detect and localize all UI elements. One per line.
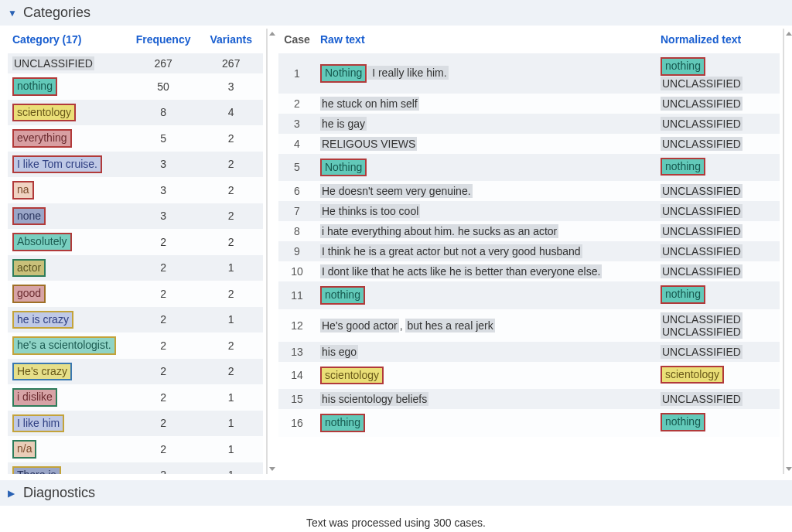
text-span: UNCLASSIFIED	[661, 325, 742, 339]
table-row[interactable]: good22	[8, 281, 263, 307]
category-chip[interactable]: nothing	[661, 413, 705, 431]
table-row[interactable]: He's crazy22	[8, 359, 263, 385]
category-chip[interactable]: scientology	[12, 104, 76, 122]
col-frequency[interactable]: Frequency	[128, 29, 200, 53]
table-row[interactable]: 8i hate everything about him. he sucks a…	[278, 221, 780, 241]
category-scrollbar[interactable]	[266, 29, 268, 474]
freq-cell: 2	[128, 384, 200, 411]
col-normalized-text[interactable]: Normalized text	[656, 29, 780, 53]
table-row[interactable]: I like Tom cruise.32	[8, 152, 263, 178]
category-chip[interactable]: Nothing	[320, 64, 367, 83]
raw-text-cell: i hate everything about him. he sucks as…	[316, 221, 656, 241]
variants-cell: 2	[200, 152, 264, 178]
table-row[interactable]: n/a21	[8, 436, 263, 462]
freq-cell: 2	[128, 436, 200, 462]
text-span: RELIGOUS VIEWS	[320, 137, 417, 151]
category-chip[interactable]: nothing	[320, 286, 365, 305]
table-row[interactable]: 5Nothingnothing	[278, 154, 780, 182]
category-chip[interactable]: There is	[12, 466, 61, 475]
category-chip[interactable]: nothing	[661, 285, 705, 304]
freq-cell: 3	[128, 203, 200, 230]
table-row[interactable]: none32	[8, 203, 263, 230]
table-row[interactable]: 14scientologyscientology	[278, 362, 780, 390]
table-row[interactable]: he is crazy21	[8, 307, 263, 333]
variants-cell: 267	[200, 53, 264, 73]
text-span: UNCLASSIFIED	[661, 264, 742, 278]
table-row[interactable]: 11nothingnothing	[278, 281, 780, 309]
category-chip[interactable]: actor	[12, 259, 46, 278]
text-span: his scientology beliefs	[320, 392, 428, 406]
category-chip[interactable]: none	[12, 207, 46, 226]
table-row[interactable]: na32	[8, 177, 263, 203]
freq-cell: 3	[128, 152, 200, 178]
raw-text-cell: his ego	[316, 342, 656, 362]
category-chip[interactable]: I like him	[12, 414, 64, 433]
table-row[interactable]: There is21	[8, 462, 263, 475]
table-row[interactable]: everything52	[8, 125, 263, 152]
table-row[interactable]: 9I think he is a great actor but not a v…	[278, 241, 780, 261]
raw-text-cell: He doesn't seem very genuine.	[316, 181, 656, 201]
col-raw-text[interactable]: Raw text	[316, 29, 656, 53]
table-row[interactable]: actor21	[8, 255, 263, 281]
table-row[interactable]: 4RELIGOUS VIEWSUNCLASSIFIED	[278, 134, 780, 154]
category-chip[interactable]: n/a	[12, 440, 36, 459]
category-chip[interactable]: scientology	[661, 366, 724, 384]
category-chip[interactable]: nothing	[661, 57, 705, 76]
category-chip[interactable]: everything	[12, 129, 72, 148]
variants-cell: 1	[200, 462, 264, 475]
table-row[interactable]: 7He thinks is too coolUNCLASSIFIED	[278, 201, 780, 221]
col-category[interactable]: Category (17)	[8, 29, 128, 53]
text-span: UNCLASSIFIED	[661, 97, 742, 111]
table-row[interactable]: 16nothingnothing	[278, 409, 780, 437]
raw-text-cell: scientology	[316, 362, 656, 390]
table-row[interactable]: 1Nothing I really like him.nothingUNCLAS…	[278, 53, 780, 94]
freq-cell: 3	[128, 177, 200, 203]
category-chip[interactable]: nothing	[12, 77, 57, 96]
table-row[interactable]: scientology84	[8, 100, 263, 126]
category-chip[interactable]: nothing	[320, 414, 365, 432]
category-chip[interactable]: Nothing	[320, 159, 367, 177]
table-row[interactable]: 10I dont like that he acts like he is be…	[278, 261, 780, 281]
category-chip[interactable]: good	[12, 285, 46, 303]
category-chip[interactable]: he is crazy	[12, 311, 73, 329]
variants-cell: 2	[200, 203, 264, 230]
section-header-diagnostics[interactable]: ▶ Diagnostics	[0, 480, 792, 506]
cases-scrollbar[interactable]	[783, 29, 784, 474]
table-row[interactable]: 6He doesn't seem very genuine.UNCLASSIFI…	[278, 181, 780, 201]
category-chip[interactable]: I like Tom cruise.	[12, 155, 102, 174]
category-chip[interactable]: he's a scientologist.	[12, 336, 116, 355]
category-chip[interactable]: na	[12, 181, 34, 200]
freq-cell: 2	[128, 411, 200, 437]
table-row[interactable]: 15his scientology beliefsUNCLASSIFIED	[278, 389, 780, 409]
category-chip[interactable]: He's crazy	[12, 363, 72, 381]
table-row[interactable]: 12He's good actor, but hes a real jerkUN…	[278, 309, 780, 342]
text-span: I really like him.	[367, 66, 448, 80]
normalized-text-cell: nothing	[656, 409, 780, 437]
variants-cell: 2	[200, 229, 264, 255]
table-row[interactable]: I like him21	[8, 411, 263, 437]
section-header-categories[interactable]: ▼ Categories	[0, 0, 792, 26]
table-row[interactable]: UNCLASSIFIED267267	[8, 53, 263, 73]
table-row[interactable]: 3he is gayUNCLASSIFIED	[278, 114, 780, 134]
text-span: UNCLASSIFIED	[661, 204, 742, 218]
freq-cell: 50	[128, 73, 200, 100]
category-chip[interactable]: Absolutely	[12, 233, 72, 251]
case-number: 4	[278, 134, 316, 154]
category-panel: Category (17) Frequency Variants UNCLASS…	[8, 29, 268, 474]
table-row[interactable]: Absolutely22	[8, 229, 263, 255]
freq-cell: 2	[128, 332, 200, 359]
category-chip[interactable]: scientology	[320, 367, 384, 385]
table-row[interactable]: 2he stuck on him selfUNCLASSIFIED	[278, 94, 780, 114]
col-case[interactable]: Case	[278, 29, 316, 53]
table-row[interactable]: nothing503	[8, 73, 263, 100]
cases-panel: Case Raw text Normalized text 1Nothing I…	[278, 29, 784, 474]
table-row[interactable]: i dislike21	[8, 384, 263, 411]
table-row[interactable]: 13his egoUNCLASSIFIED	[278, 342, 780, 362]
case-number: 1	[278, 53, 316, 94]
col-variants[interactable]: Variants	[200, 29, 264, 53]
table-row[interactable]: he's a scientologist.22	[8, 332, 263, 359]
category-chip[interactable]: nothing	[661, 158, 705, 176]
normalized-text-cell: UNCLASSIFIED	[656, 342, 780, 362]
case-number: 10	[278, 261, 316, 281]
category-chip[interactable]: i dislike	[12, 388, 57, 407]
